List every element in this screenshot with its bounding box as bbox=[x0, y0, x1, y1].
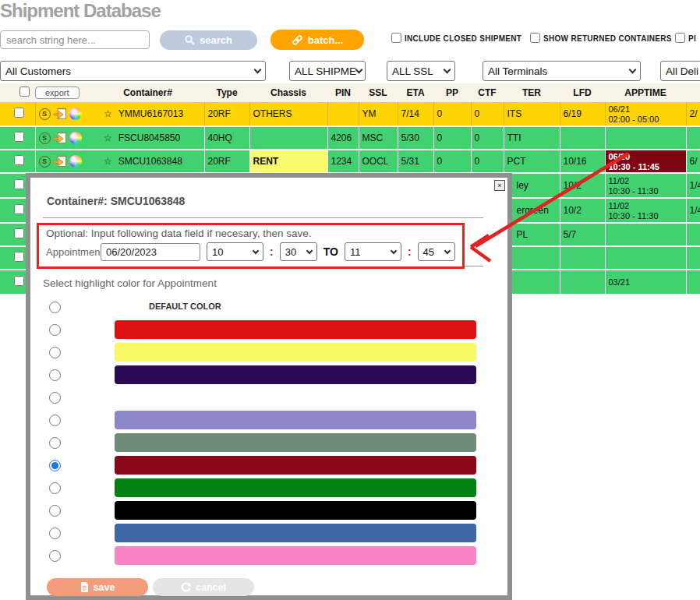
star-icon[interactable]: ☆ bbox=[104, 108, 112, 119]
ssl-select[interactable]: ALL SSL bbox=[387, 61, 455, 81]
customers-select[interactable]: All Customers bbox=[0, 61, 266, 81]
ssl-select-value: ALL SSL bbox=[392, 65, 433, 77]
note-export-icon[interactable] bbox=[53, 132, 67, 144]
pi-option[interactable]: PI bbox=[675, 33, 696, 43]
batch-button[interactable]: batch... bbox=[270, 30, 364, 50]
color-swatch-row bbox=[30, 319, 507, 341]
cell-chassis: RENT bbox=[249, 150, 327, 173]
include-closed-shipment-option[interactable]: INCLUDE CLOSED SHIPMENT bbox=[391, 33, 521, 43]
chevron-down-icon bbox=[306, 247, 312, 253]
color-radio[interactable] bbox=[49, 369, 61, 381]
row-select-checkbox[interactable] bbox=[14, 132, 24, 142]
cell-apptime: 06/2102:00 - 05:00 bbox=[605, 102, 686, 126]
color-radio[interactable] bbox=[49, 347, 61, 358]
show-returned-containers-option[interactable]: SHOW RETURNED CONTAINERS bbox=[530, 33, 672, 43]
color-wheel-icon[interactable] bbox=[69, 155, 82, 168]
color-bar[interactable] bbox=[115, 388, 476, 407]
color-swatch-row bbox=[30, 545, 507, 567]
time-colon: : bbox=[270, 245, 274, 258]
cell-ssl: MSC bbox=[359, 126, 398, 150]
note-export-icon[interactable] bbox=[53, 155, 67, 168]
cell-apptime: 11/0210:30 - 11:30 bbox=[605, 198, 686, 223]
delivery-select[interactable]: All Deli bbox=[660, 61, 700, 81]
star-icon[interactable]: ☆ bbox=[104, 132, 112, 143]
refresh-icon bbox=[181, 582, 191, 592]
color-bar[interactable] bbox=[115, 524, 476, 542]
row-select-checkbox[interactable] bbox=[14, 204, 24, 214]
cancel-button[interactable]: cancel bbox=[153, 578, 254, 596]
appointment-date-input[interactable] bbox=[101, 243, 200, 261]
row-select-checkbox[interactable] bbox=[14, 252, 24, 262]
select-all-checkbox[interactable] bbox=[19, 86, 30, 97]
color-swatch-row: DEFAULT COLOR bbox=[30, 296, 507, 319]
cell-extra: 6/ bbox=[686, 150, 700, 173]
color-bar[interactable] bbox=[115, 501, 476, 520]
column-header-eta: ETA bbox=[398, 83, 433, 102]
terminals-select[interactable]: All Terminals bbox=[483, 61, 641, 81]
shipment-select[interactable]: ALL SHIPME bbox=[289, 61, 366, 81]
color-radio[interactable] bbox=[49, 324, 61, 336]
search-input[interactable] bbox=[0, 30, 150, 49]
color-wheel-icon[interactable] bbox=[69, 108, 82, 120]
color-radio[interactable] bbox=[49, 415, 61, 426]
minute-to-select[interactable]: 45 bbox=[418, 242, 455, 261]
cell-lfd: 10/16 bbox=[560, 150, 605, 173]
include-closed-shipment-checkbox[interactable] bbox=[391, 33, 401, 43]
row-select-checkbox[interactable] bbox=[14, 179, 24, 189]
color-radio[interactable] bbox=[49, 460, 61, 471]
cell-eta: 7/14 bbox=[398, 102, 433, 126]
show-returned-containers-checkbox[interactable] bbox=[530, 33, 540, 43]
minute-from-select[interactable]: 30 bbox=[280, 242, 317, 261]
export-button[interactable]: export bbox=[35, 86, 80, 99]
star-icon[interactable]: ☆ bbox=[104, 156, 112, 167]
color-swatch-row bbox=[30, 364, 507, 386]
cell-pin: 1234 bbox=[327, 150, 359, 173]
color-bar[interactable] bbox=[115, 320, 476, 339]
note-export-icon[interactable] bbox=[53, 108, 67, 120]
color-bar[interactable] bbox=[115, 478, 476, 497]
color-swatch-row bbox=[30, 477, 507, 499]
cell-apptime: 11/0210:30 - 11:30 bbox=[605, 173, 686, 198]
link-icon bbox=[292, 34, 303, 46]
color-bar[interactable] bbox=[115, 365, 476, 384]
color-bar[interactable] bbox=[115, 546, 476, 565]
pi-checkbox[interactable] bbox=[675, 33, 685, 43]
appointment-label: Appointment bbox=[46, 246, 94, 258]
row-select-checkbox[interactable] bbox=[14, 228, 24, 238]
color-radio[interactable] bbox=[49, 302, 61, 313]
hour-from-select[interactable]: 10 bbox=[207, 242, 263, 261]
save-button[interactable]: save bbox=[47, 578, 148, 596]
search-button[interactable]: search bbox=[160, 30, 257, 50]
color-radio[interactable] bbox=[49, 482, 61, 494]
color-bar[interactable] bbox=[115, 456, 476, 475]
close-icon[interactable]: × bbox=[494, 180, 505, 191]
billing-icon[interactable]: S bbox=[39, 156, 51, 168]
cell-pin bbox=[327, 102, 359, 126]
minute-from-value: 30 bbox=[285, 246, 296, 258]
color-swatch-row bbox=[30, 454, 507, 477]
cell-eta: 5/30 bbox=[398, 126, 433, 150]
cell-type: 20RF bbox=[204, 150, 249, 173]
color-bar[interactable] bbox=[115, 411, 476, 429]
page-title: Shipment Database bbox=[0, 0, 161, 22]
row-select-checkbox[interactable] bbox=[14, 276, 24, 286]
color-radio[interactable] bbox=[49, 528, 61, 539]
dialog-container-heading: Container#: SMCU1063848 bbox=[47, 195, 185, 207]
color-radio[interactable] bbox=[49, 392, 61, 404]
optional-hint: Optional: Input following data field if … bbox=[46, 228, 462, 239]
cell-ter: ITS bbox=[504, 102, 560, 126]
hour-to-select[interactable]: 11 bbox=[345, 242, 401, 261]
row-select-checkbox[interactable] bbox=[14, 108, 24, 118]
color-radio[interactable] bbox=[49, 550, 61, 562]
divider bbox=[43, 217, 483, 218]
billing-icon[interactable]: S bbox=[39, 132, 51, 144]
chevron-down-icon bbox=[444, 247, 450, 253]
color-radio[interactable] bbox=[49, 505, 61, 517]
row-select-checkbox[interactable] bbox=[14, 155, 24, 165]
color-bar[interactable] bbox=[115, 343, 476, 362]
color-wheel-icon[interactable] bbox=[69, 132, 82, 144]
billing-icon[interactable]: S bbox=[39, 108, 51, 120]
color-bar[interactable] bbox=[115, 433, 476, 452]
default-color-label: DEFAULT COLOR bbox=[149, 302, 221, 311]
color-radio[interactable] bbox=[49, 437, 61, 449]
